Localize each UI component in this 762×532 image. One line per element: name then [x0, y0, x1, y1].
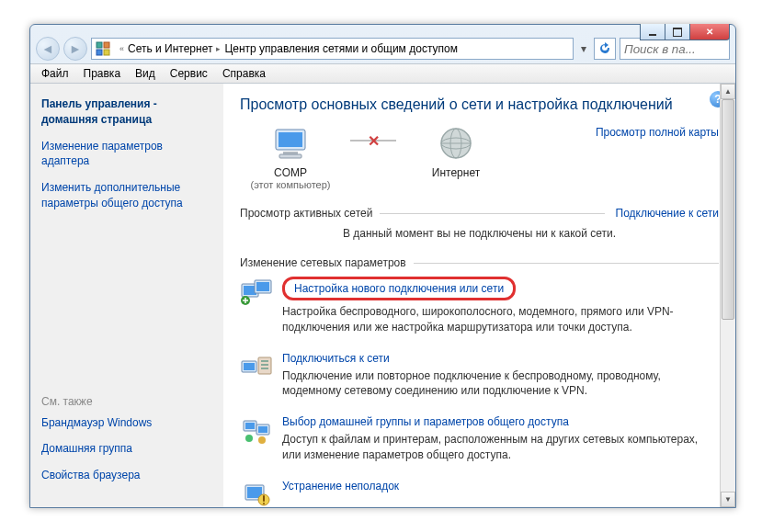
- firewall-link[interactable]: Брандмауэр Windows: [41, 415, 212, 431]
- disconnected-icon: ✕: [368, 132, 380, 150]
- connect-icon: [240, 352, 273, 381]
- new-connection-link[interactable]: Настройка нового подключения или сети: [282, 277, 516, 300]
- vertical-scrollbar[interactable]: ▲ ▼: [720, 84, 735, 507]
- address-bar[interactable]: « Сеть и Интернет ▸ Центр управления сет…: [91, 38, 574, 60]
- active-networks-label: Просмотр активных сетей: [240, 207, 372, 220]
- svg-rect-5: [279, 132, 302, 147]
- cp-home-link[interactable]: Панель управления - домашняя страница: [41, 96, 212, 128]
- svg-rect-20: [261, 360, 268, 362]
- menu-bar: Файл Правка Вид Сервис Справка: [30, 63, 735, 84]
- globe-icon: [436, 126, 476, 163]
- scroll-down-button[interactable]: ▼: [721, 492, 735, 507]
- no-network-text: В данный момент вы не подключены ни к ка…: [240, 227, 719, 240]
- connection-line: ✕: [350, 122, 396, 159]
- svg-rect-7: [279, 154, 301, 158]
- homegroup-desc: Доступ к файлам и принтерам, расположенн…: [282, 432, 719, 463]
- menu-help[interactable]: Справка: [215, 65, 273, 82]
- breadcrumb-network[interactable]: Сеть и Интернет: [128, 42, 212, 55]
- content-pane: ? Просмотр основных сведений о сети и на…: [223, 84, 735, 507]
- window-buttons: [641, 24, 730, 40]
- network-map-row: COMP (этот компьютер) ✕ Интернет Просмот…: [240, 126, 719, 190]
- task-new-connection: Настройка нового подключения или сети На…: [240, 277, 719, 335]
- svg-rect-26: [258, 426, 267, 433]
- page-title: Просмотр основных сведений о сети и наст…: [240, 96, 719, 113]
- browser-props-link[interactable]: Свойства браузера: [41, 468, 212, 483]
- scroll-thumb[interactable]: [722, 99, 734, 320]
- main-area: Панель управления - домашняя страница Из…: [30, 84, 735, 507]
- back-button[interactable]: ◄: [36, 37, 60, 61]
- change-settings-section: Изменение сетевых параметров Настройка н…: [240, 256, 719, 507]
- task-connect: Подключиться к сети Подключение или повт…: [240, 352, 719, 400]
- advanced-sharing-link[interactable]: Изменить дополнительные параметры общего…: [41, 180, 212, 211]
- new-connection-icon: [240, 277, 273, 306]
- nav-row: ◄ ► « Сеть и Интернет ▸ Центр управления…: [30, 34, 735, 63]
- computer-icon: [270, 126, 311, 163]
- connect-network-link[interactable]: Подключение к сети: [616, 207, 719, 220]
- svg-rect-3: [104, 50, 109, 55]
- menu-tools[interactable]: Сервис: [163, 65, 215, 82]
- refresh-button[interactable]: [594, 38, 616, 60]
- menu-edit[interactable]: Правка: [76, 65, 129, 82]
- svg-point-28: [258, 436, 266, 444]
- full-map-link[interactable]: Просмотр полной карты: [596, 126, 719, 139]
- menu-view[interactable]: Вид: [128, 65, 163, 82]
- window: ◄ ► « Сеть и Интернет ▸ Центр управления…: [29, 24, 736, 508]
- sidebar: Панель управления - домашняя страница Из…: [30, 84, 223, 507]
- connect-link[interactable]: Подключиться к сети: [282, 352, 390, 365]
- troubleshoot-link[interactable]: Устранение неполадок: [282, 480, 399, 492]
- svg-rect-22: [261, 368, 268, 369]
- computer-name: COMP: [240, 166, 341, 179]
- homegroup-link2[interactable]: Выбор домашней группы и параметров общег…: [282, 415, 569, 428]
- see-also-header: См. также: [41, 395, 212, 408]
- troubleshoot-icon: [240, 480, 273, 507]
- search-input[interactable]: [620, 38, 730, 60]
- breadcrumb-center[interactable]: Центр управления сетями и общим доступом: [224, 42, 458, 55]
- internet-node: Интернет: [405, 126, 506, 179]
- svg-rect-15: [256, 282, 269, 291]
- change-settings-label: Изменение сетевых параметров: [240, 256, 406, 269]
- menu-file[interactable]: Файл: [34, 65, 76, 82]
- homegroup-link[interactable]: Домашняя группа: [41, 441, 212, 457]
- homegroup-icon: [240, 415, 273, 445]
- maximize-button[interactable]: [665, 24, 690, 40]
- svg-rect-24: [245, 423, 255, 429]
- close-button[interactable]: [689, 24, 730, 40]
- svg-point-27: [245, 435, 253, 442]
- new-connection-desc: Настройка беспроводного, широкополосного…: [282, 304, 719, 335]
- svg-rect-21: [261, 364, 268, 366]
- computer-sub: (этот компьютер): [240, 179, 341, 190]
- see-also: См. также Брандмауэр Windows Домашняя гр…: [41, 395, 212, 494]
- svg-rect-2: [97, 50, 102, 55]
- internet-label: Интернет: [405, 166, 506, 179]
- active-networks-section: Просмотр активных сетей Подключение к се…: [240, 207, 719, 240]
- task-troubleshoot: Устранение неполадок: [240, 480, 719, 507]
- forward-button[interactable]: ►: [63, 37, 87, 61]
- minimize-button[interactable]: [640, 24, 665, 40]
- svg-rect-18: [244, 363, 255, 370]
- task-homegroup: Выбор домашней группы и параметров общег…: [240, 415, 719, 463]
- control-panel-icon: [96, 41, 110, 56]
- computer-node: COMP (этот компьютер): [240, 126, 341, 190]
- svg-rect-1: [104, 42, 109, 48]
- adapter-settings-link[interactable]: Изменение параметров адаптера: [41, 139, 212, 170]
- svg-rect-0: [97, 42, 102, 48]
- scroll-up-button[interactable]: ▲: [721, 84, 735, 99]
- connect-desc: Подключение или повторное подключение к …: [282, 368, 719, 400]
- addr-dropdown[interactable]: ▾: [577, 42, 590, 55]
